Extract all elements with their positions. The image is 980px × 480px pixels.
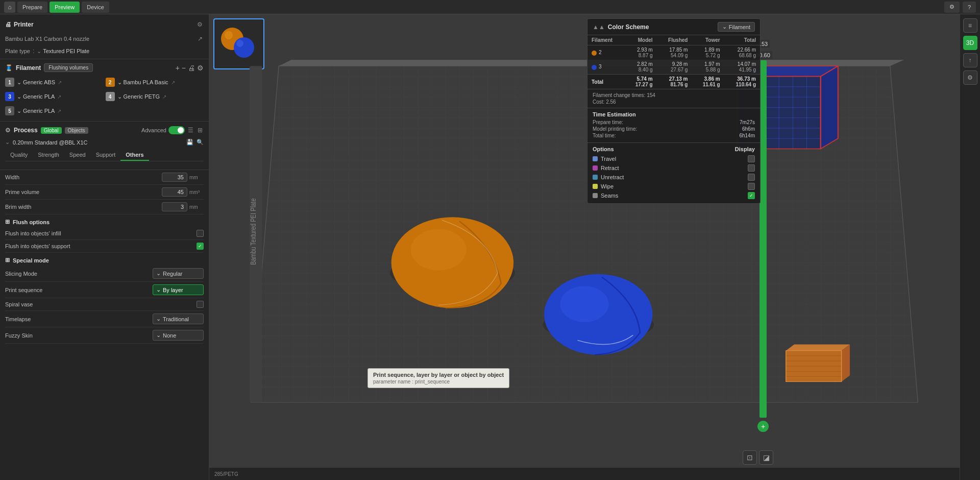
tab-quality[interactable]: Quality [5,150,33,161]
cs-options-section: Options Display Travel Retract [587,142,760,203]
unretract-display-cb[interactable] [748,174,755,181]
flush-support-cb[interactable] [197,243,204,250]
right-panel: ≡ 3D ↑ ⚙ [960,14,980,480]
flush-infill-cb[interactable] [197,230,204,237]
slicing-mode-row: Slicing Mode ⌄ Regular [5,266,204,282]
left-panel: 🖨 Printer ⚙ Bambu Lab X1 Carbon 0.4 nozz… [0,14,209,480]
view-perspective-btn[interactable]: ◪ [759,450,773,465]
cs-time-title: Time Estimation [593,111,755,117]
top-view-btn[interactable]: ↑ [963,53,977,67]
help-btn[interactable]: ? [963,2,976,13]
plate-type-value: ⌄ Textured PEI Plate [37,48,89,55]
cs-col-flushed: Flushed [657,35,692,45]
global-tag[interactable]: Global [41,127,62,134]
table-row: 2 2.93 m8.87 g 17.85 m54.09 g 1.89 m5.72… [587,45,760,60]
layer-slider-btn[interactable]: ≡ [963,18,977,33]
printer-name: Bambu Lab X1 Carbon 0.4 nozzle [5,36,89,42]
tab-support[interactable]: Support [91,150,121,161]
objects-tag[interactable]: Objects [65,127,88,134]
viewport[interactable]: Bambu Textured PEI Plate [209,14,960,480]
slicing-mode-select[interactable]: ⌄ Regular [153,268,204,279]
filament-edit-3[interactable]: ↗ [57,94,61,100]
filament-edit-2[interactable]: ↗ [171,80,175,85]
cs-collapse-icon[interactable]: ▲▲ [593,23,605,31]
fuzzy-skin-label: Fuzzy Skin [5,332,153,339]
tab-preview[interactable]: Preview [50,2,80,13]
filament-dropdown-5[interactable]: ⌄ Generic PLA [17,108,55,114]
tab-strength[interactable]: Strength [33,150,64,161]
filament-dropdown-1[interactable]: ⌄ Generic ABS [17,79,55,86]
filament-edit-1[interactable]: ↗ [58,80,62,85]
home-icon[interactable]: ⌂ [4,2,15,13]
settings-btn[interactable]: ⚙ [944,2,960,13]
width-value[interactable]: 35 [162,173,187,182]
process-list-icon[interactable]: ☰ [187,126,194,135]
settings-right-btn[interactable]: ⚙ [963,70,977,85]
3d-view-btn[interactable]: 3D [963,36,977,50]
tab-prepare[interactable]: Prepare [17,2,47,13]
flushing-volumes-btn[interactable]: Flushing volumes [44,63,93,72]
seams-display-cb[interactable] [748,192,755,199]
brim-unit: mm [189,204,204,210]
filament-item-1: 1 ⌄ Generic ABS ↗ [5,76,104,88]
add-filament-btn[interactable]: + [176,64,180,71]
table-row-total: Total 5.74 m17.27 g 27.13 m81.76 g 3.86 … [587,75,760,89]
process-title: Process [14,127,38,134]
tooltip-param: parameter name : print_sequence [373,379,504,385]
filament-dropdown-3[interactable]: ⌄ Generic PLA [17,93,55,100]
tab-speed[interactable]: Speed [64,150,91,161]
filament-dropdown-2[interactable]: ⌄ Bambu PLA Basic [117,79,168,86]
printer-settings-icon[interactable]: ⚙ [196,20,204,29]
filament-edit-4[interactable]: ↗ [162,94,166,100]
advanced-label: Advanced [141,127,166,133]
timelapse-select[interactable]: ⌄ Traditional [153,314,204,324]
add-object-btn[interactable]: + [757,421,769,432]
retract-display-cb[interactable] [748,164,755,172]
tooltip-title: Print sequence, layer by layer or object… [373,372,504,378]
printer-edit-icon[interactable]: ↗ [197,34,204,43]
profile-name: 0.20mm Standard @BBL X1C [13,139,183,146]
flush-infill-label: Flush into objects' infill [5,230,192,236]
process-grid-icon[interactable]: ⊞ [197,126,204,135]
filament-edit-5[interactable]: ↗ [57,108,61,114]
timelapse-row: Timelapse ⌄ Traditional [5,311,204,327]
prime-value[interactable]: 45 [162,187,187,197]
filament-num-4: 4 [106,92,115,101]
fuzzy-skin-select[interactable]: ⌄ None [153,330,204,341]
filament-settings-btn[interactable]: ⚙ [197,64,204,71]
printer-section: 🖨 Printer ⚙ Bambu Lab X1 Carbon 0.4 nozz… [0,14,209,59]
top-bar: ⌂ Prepare Preview Device ⚙ ? [0,0,980,14]
svg-point-11 [411,229,467,271]
spiral-vase-row: Spiral vase [5,298,204,311]
print-seq-select[interactable]: ⌄ By layer [153,284,204,295]
width-unit: mm [189,175,204,180]
spiral-vase-cb[interactable] [197,301,204,308]
svg-point-14 [560,286,608,322]
advanced-toggle[interactable] [168,126,185,134]
profile-save-icon[interactable]: 💾 [186,139,193,146]
tab-device[interactable]: Device [82,2,109,13]
brim-value[interactable]: 3 [162,202,187,211]
filament-num-5: 5 [5,106,14,115]
profile-search-icon[interactable]: 🔍 [197,139,204,146]
remove-filament-btn[interactable]: − [182,64,186,71]
fuzzy-skin-row: Fuzzy Skin ⌄ None [5,327,204,344]
params-scroll[interactable]: Width 35 mm Prime volume 45 mm³ Brim wid… [0,170,209,480]
brim-label: Brim width [5,204,162,210]
bed-svg: Bambu Textured PEI Plate [209,14,960,480]
spiral-vase-label: Spiral vase [5,301,192,307]
zoom-fit-btn[interactable]: ⊡ [743,450,757,465]
flush-support-label: Flush into objects' support [5,243,192,249]
print-filament-btn[interactable]: 🖨 [188,64,195,71]
tab-others[interactable]: Others [120,150,149,161]
cs-option-retract: Retract [593,163,755,173]
cs-option-wipe: Wipe [593,182,755,191]
special-mode-icon: ⊞ [5,257,10,263]
travel-display-cb[interactable] [748,155,755,162]
filament-dropdown-4[interactable]: ⌄ Generic PETG [117,93,160,100]
print-seq-row: Print sequence ⌄ By layer [5,282,204,298]
seams-color-dot [593,193,598,198]
wipe-display-cb[interactable] [748,183,755,190]
table-row: 3 2.82 m8.40 g 9.28 m27.67 g 1.97 m5.88 … [587,60,760,75]
cs-dropdown[interactable]: ⌄ Filament [718,22,755,32]
